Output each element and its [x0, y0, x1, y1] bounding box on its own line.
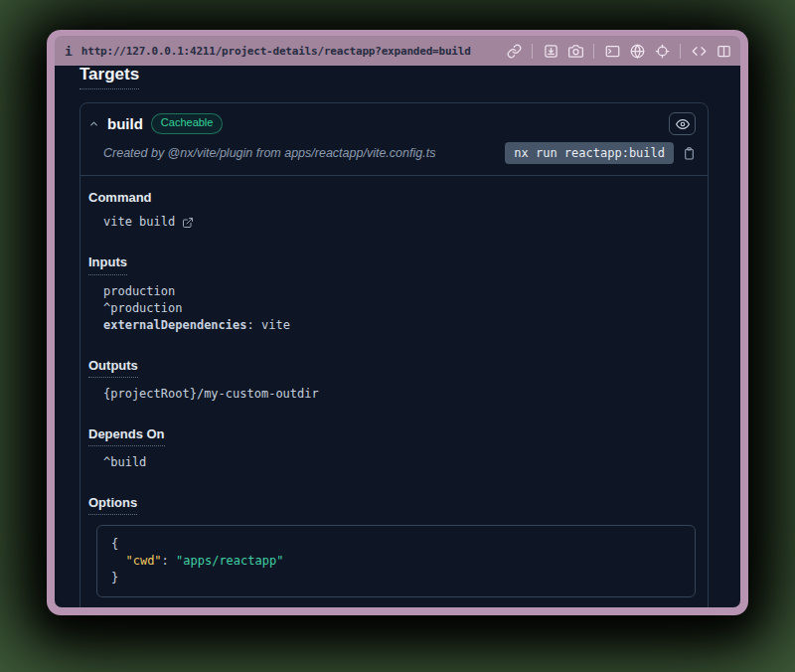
outputs-section: Outputs {projectRoot}/my-custom-outdir: [88, 356, 696, 403]
json-line: {: [111, 536, 681, 553]
command-label: Command: [88, 190, 152, 206]
clipboard-icon: [683, 146, 696, 161]
toolbar-divider: [532, 44, 533, 59]
toolbar-actions: [505, 42, 732, 60]
targets-heading: Targets: [80, 66, 139, 89]
command-link[interactable]: vite build: [103, 214, 696, 231]
depends-on-section: Depends On ^build: [88, 424, 696, 471]
eye-icon: [676, 117, 690, 131]
code-icon[interactable]: [690, 42, 708, 60]
inputs-label[interactable]: Inputs: [88, 254, 127, 274]
depends-on-list: ^build: [103, 454, 696, 471]
build-header-subrow: Created by @nx/vite/plugin from apps/rea…: [88, 142, 696, 164]
outputs-list: {projectRoot}/my-custom-outdir: [103, 386, 696, 403]
output-item: {projectRoot}/my-custom-outdir: [103, 386, 696, 403]
camera-icon[interactable]: [566, 42, 584, 60]
inspect-target-icon[interactable]: [653, 42, 671, 60]
depends-on-item: ^build: [103, 454, 696, 471]
json-line: "cwd": "apps/reactapp": [111, 553, 681, 570]
build-header-toggle[interactable]: build Cacheable: [88, 112, 696, 135]
browser-preview-window: i http://127.0.0.1:4211/project-details/…: [47, 30, 748, 615]
created-by-text: Created by @nx/vite/plugin from apps/rea…: [103, 146, 435, 160]
toolbar-divider: [593, 44, 594, 59]
browser-viewport: Targets build Cacheable: [55, 66, 740, 607]
command-value: vite build: [103, 214, 175, 231]
external-link-icon: [182, 217, 194, 229]
options-json-block: { "cwd": "apps/reactapp" }: [96, 525, 696, 597]
terminal-icon[interactable]: [603, 42, 621, 60]
input-item: externalDependencies: vite: [103, 317, 696, 334]
outputs-label[interactable]: Outputs: [88, 358, 138, 378]
project-details-page: Targets build Cacheable: [55, 66, 740, 607]
options-label[interactable]: Options: [88, 495, 137, 515]
view-target-graph-button[interactable]: [669, 112, 696, 135]
browser-toolbar: i http://127.0.0.1:4211/project-details/…: [55, 36, 740, 66]
globe-icon[interactable]: [628, 42, 646, 60]
json-line: }: [111, 570, 681, 587]
input-item: ^production: [103, 300, 696, 317]
cacheable-badge: Cacheable: [151, 113, 224, 133]
command-section: Command vite build: [88, 188, 696, 231]
options-section: Options { "cwd": "apps/reactapp" }: [88, 493, 696, 597]
toolbar-divider: [680, 44, 681, 59]
input-item: production: [103, 283, 696, 300]
build-card-body: Command vite build Inputs production: [80, 176, 708, 607]
depends-on-label[interactable]: Depends On: [88, 426, 165, 446]
page-favicon-icon: i: [65, 45, 73, 58]
split-view-icon[interactable]: [715, 42, 732, 60]
run-command-chip: nx run reactapp:build: [505, 142, 674, 164]
chevron-up-icon: [88, 118, 99, 129]
copy-command-button[interactable]: [683, 146, 696, 161]
link-icon[interactable]: [505, 42, 523, 60]
save-capture-icon[interactable]: [542, 42, 559, 60]
target-name: build: [107, 115, 143, 132]
inputs-section: Inputs production ^production externalDe…: [88, 252, 696, 333]
target-card-build: build Cacheable Created by @nx/vite/plug…: [80, 102, 709, 607]
url-bar[interactable]: http://127.0.0.1:4211/project-details/re…: [81, 45, 496, 58]
build-card-header: build Cacheable Created by @nx/vite/plug…: [80, 103, 708, 176]
inputs-list: production ^production externalDependenc…: [103, 283, 696, 334]
